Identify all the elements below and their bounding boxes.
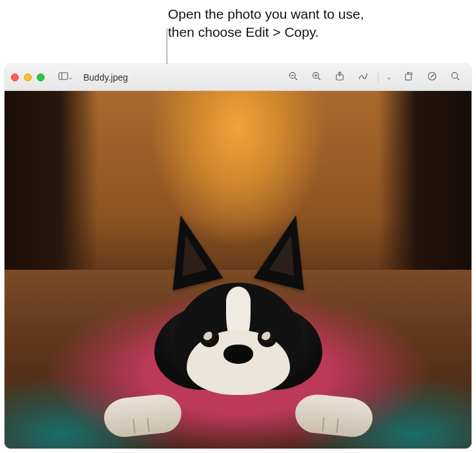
edit-icon: [426, 70, 438, 85]
window-title: Buddy.jpeg: [83, 72, 128, 83]
svg-point-14: [451, 72, 457, 78]
zoom-in-button[interactable]: [307, 69, 326, 86]
minimize-window-button[interactable]: [24, 74, 32, 81]
zoom-out-icon: [287, 70, 299, 85]
callout-line2: then choose Edit > Copy.: [168, 25, 319, 39]
window-traffic-lights: [11, 74, 45, 81]
preview-window: ⌄ Buddy.jpeg ⌄: [5, 64, 471, 448]
sidebar-toggle-button[interactable]: ⌄: [54, 69, 77, 86]
window-toolbar: ⌄ Buddy.jpeg ⌄: [5, 64, 471, 91]
svg-point-11: [366, 73, 367, 74]
svg-line-15: [457, 77, 459, 80]
zoom-window-button[interactable]: [37, 74, 45, 81]
markup-button[interactable]: [353, 69, 373, 86]
rotate-icon: [403, 70, 415, 85]
toolbar-separator: [378, 72, 378, 83]
close-window-button[interactable]: [11, 74, 19, 81]
edit-button[interactable]: [422, 69, 442, 86]
search-icon: [450, 70, 461, 85]
svg-rect-0: [59, 72, 68, 79]
markup-icon: [357, 70, 369, 85]
search-button[interactable]: [446, 69, 465, 86]
share-icon: [334, 70, 346, 85]
zoom-in-icon: [311, 70, 322, 85]
zoom-out-button[interactable]: [284, 69, 303, 86]
callout-text: Open the photo you want to use, then cho…: [168, 5, 364, 42]
rotate-button[interactable]: [399, 69, 419, 86]
svg-rect-12: [406, 74, 411, 80]
share-button[interactable]: [330, 69, 349, 86]
photo-dog-illustration: [122, 234, 355, 427]
markup-menu-button[interactable]: ⌄: [384, 69, 395, 86]
callout-line1: Open the photo you want to use,: [168, 6, 364, 21]
chevron-down-icon: ⌄: [68, 74, 73, 81]
svg-line-6: [318, 77, 320, 80]
image-viewport[interactable]: [5, 91, 471, 448]
chevron-down-icon: ⌄: [386, 74, 391, 81]
svg-line-3: [295, 77, 297, 80]
